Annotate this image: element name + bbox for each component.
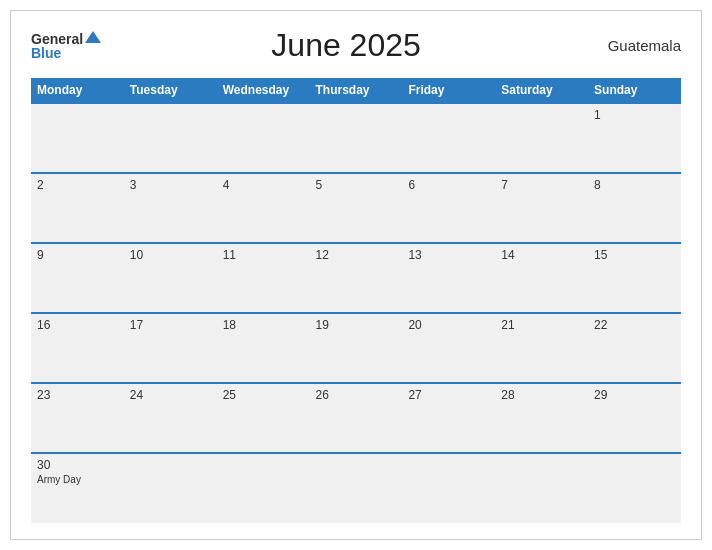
calendar-cell-w6d2 (124, 453, 217, 523)
day-number: 7 (501, 178, 582, 192)
calendar-cell-w6d4 (310, 453, 403, 523)
calendar-cell-w4d2: 17 (124, 313, 217, 383)
header-saturday: Saturday (495, 78, 588, 103)
calendar-cell-w5d4: 26 (310, 383, 403, 453)
calendar-cell-w4d3: 18 (217, 313, 310, 383)
calendar-cell-w4d4: 19 (310, 313, 403, 383)
day-number: 15 (594, 248, 675, 262)
logo: General Blue (31, 32, 101, 60)
calendar-week-row-4: 16171819202122 (31, 313, 681, 383)
calendar-header: General Blue June 2025 Guatemala (31, 27, 681, 64)
calendar-cell-w6d6 (495, 453, 588, 523)
calendar-cell-w1d1 (31, 103, 124, 173)
calendar-cell-w6d5 (402, 453, 495, 523)
day-number: 19 (316, 318, 397, 332)
logo-flag-icon (85, 31, 101, 43)
calendar-cell-w5d3: 25 (217, 383, 310, 453)
day-number: 6 (408, 178, 489, 192)
calendar-cell-w6d7 (588, 453, 681, 523)
day-number: 2 (37, 178, 118, 192)
day-number: 4 (223, 178, 304, 192)
calendar-cell-w1d6 (495, 103, 588, 173)
day-number: 9 (37, 248, 118, 262)
calendar-cell-w4d6: 21 (495, 313, 588, 383)
day-number: 20 (408, 318, 489, 332)
calendar-cell-w6d1: 30Army Day (31, 453, 124, 523)
day-number: 10 (130, 248, 211, 262)
calendar-cell-w3d2: 10 (124, 243, 217, 313)
day-number: 28 (501, 388, 582, 402)
calendar-cell-w5d6: 28 (495, 383, 588, 453)
calendar-cell-w1d5 (402, 103, 495, 173)
calendar-cell-w3d1: 9 (31, 243, 124, 313)
calendar-cell-w4d7: 22 (588, 313, 681, 383)
header-tuesday: Tuesday (124, 78, 217, 103)
header-wednesday: Wednesday (217, 78, 310, 103)
calendar-cell-w1d2 (124, 103, 217, 173)
calendar-cell-w2d5: 6 (402, 173, 495, 243)
calendar-week-row-3: 9101112131415 (31, 243, 681, 313)
header-thursday: Thursday (310, 78, 403, 103)
day-number: 14 (501, 248, 582, 262)
calendar-cell-w4d5: 20 (402, 313, 495, 383)
day-number: 22 (594, 318, 675, 332)
calendar-grid: Monday Tuesday Wednesday Thursday Friday… (31, 78, 681, 523)
calendar-cell-w3d5: 13 (402, 243, 495, 313)
day-number: 1 (594, 108, 675, 122)
calendar-cell-w2d2: 3 (124, 173, 217, 243)
day-number: 24 (130, 388, 211, 402)
day-number: 21 (501, 318, 582, 332)
day-number: 23 (37, 388, 118, 402)
calendar-cell-w5d2: 24 (124, 383, 217, 453)
calendar-week-row-1: 1 (31, 103, 681, 173)
header-monday: Monday (31, 78, 124, 103)
calendar-cell-w5d5: 27 (402, 383, 495, 453)
logo-blue-text: Blue (31, 46, 61, 60)
day-number: 3 (130, 178, 211, 192)
day-number: 30 (37, 458, 118, 472)
calendar-cell-w3d4: 12 (310, 243, 403, 313)
day-number: 29 (594, 388, 675, 402)
calendar-cell-w1d7: 1 (588, 103, 681, 173)
calendar-week-row-6: 30Army Day (31, 453, 681, 523)
calendar-cell-w3d7: 15 (588, 243, 681, 313)
day-number: 5 (316, 178, 397, 192)
day-number: 11 (223, 248, 304, 262)
calendar-cell-w2d6: 7 (495, 173, 588, 243)
calendar-cell-w2d7: 8 (588, 173, 681, 243)
day-number: 17 (130, 318, 211, 332)
calendar-cell-w3d6: 14 (495, 243, 588, 313)
day-number: 8 (594, 178, 675, 192)
day-number: 18 (223, 318, 304, 332)
header-friday: Friday (402, 78, 495, 103)
calendar-cell-w1d3 (217, 103, 310, 173)
day-number: 12 (316, 248, 397, 262)
calendar-thead: Monday Tuesday Wednesday Thursday Friday… (31, 78, 681, 103)
day-number: 27 (408, 388, 489, 402)
calendar-cell-w2d3: 4 (217, 173, 310, 243)
logo-general-text: General (31, 32, 83, 46)
day-number: 25 (223, 388, 304, 402)
day-number: 26 (316, 388, 397, 402)
header-sunday: Sunday (588, 78, 681, 103)
calendar-cell-w6d3 (217, 453, 310, 523)
calendar-title: June 2025 (101, 27, 591, 64)
calendar-cell-w5d1: 23 (31, 383, 124, 453)
calendar-cell-w2d4: 5 (310, 173, 403, 243)
calendar-container: General Blue June 2025 Guatemala Monday … (10, 10, 702, 540)
day-number: 16 (37, 318, 118, 332)
calendar-week-row-5: 23242526272829 (31, 383, 681, 453)
calendar-cell-w1d4 (310, 103, 403, 173)
calendar-cell-w4d1: 16 (31, 313, 124, 383)
calendar-cell-w5d7: 29 (588, 383, 681, 453)
day-event: Army Day (37, 474, 118, 485)
weekday-header-row: Monday Tuesday Wednesday Thursday Friday… (31, 78, 681, 103)
calendar-country: Guatemala (591, 37, 681, 54)
calendar-cell-w2d1: 2 (31, 173, 124, 243)
day-number: 13 (408, 248, 489, 262)
calendar-body: 1234567891011121314151617181920212223242… (31, 103, 681, 523)
calendar-week-row-2: 2345678 (31, 173, 681, 243)
calendar-cell-w3d3: 11 (217, 243, 310, 313)
